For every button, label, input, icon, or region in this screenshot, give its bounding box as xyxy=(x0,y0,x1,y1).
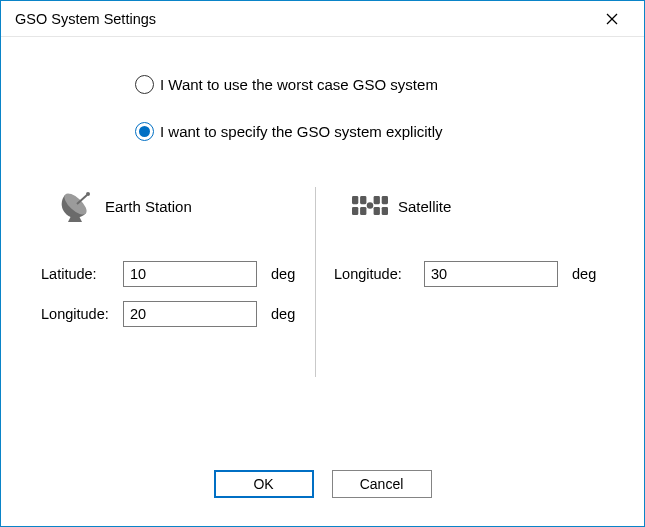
earth-longitude-label: Longitude: xyxy=(41,306,123,322)
satellite-title: Satellite xyxy=(398,198,451,215)
earth-latitude-unit: deg xyxy=(271,266,295,282)
radio-dot-icon xyxy=(139,126,150,137)
svg-rect-6 xyxy=(360,196,366,204)
radio-explicit-label: I want to specify the GSO system explici… xyxy=(160,123,443,140)
earth-station-header: Earth Station xyxy=(59,187,297,225)
radio-icon xyxy=(135,122,154,141)
satellite-longitude-input[interactable] xyxy=(424,261,558,287)
earth-longitude-unit: deg xyxy=(271,306,295,322)
svg-point-4 xyxy=(86,192,90,196)
earth-station-panel: Earth Station Latitude: deg Longitude: d… xyxy=(1,187,315,377)
radio-explicit[interactable]: I want to specify the GSO system explici… xyxy=(135,122,443,141)
panels: Earth Station Latitude: deg Longitude: d… xyxy=(1,187,644,377)
earth-latitude-row: Latitude: deg xyxy=(41,261,297,287)
ok-button[interactable]: OK xyxy=(214,470,314,498)
radio-icon xyxy=(135,75,154,94)
svg-rect-5 xyxy=(352,196,358,204)
dialog-body: I Want to use the worst case GSO system … xyxy=(1,37,644,460)
close-icon xyxy=(606,13,618,25)
svg-rect-8 xyxy=(382,196,388,204)
earth-longitude-input[interactable] xyxy=(123,301,257,327)
satellite-longitude-label: Longitude: xyxy=(334,266,424,282)
cancel-button[interactable]: Cancel xyxy=(332,470,432,498)
earth-latitude-input[interactable] xyxy=(123,261,257,287)
satellite-longitude-unit: deg xyxy=(572,266,596,282)
earth-station-title: Earth Station xyxy=(105,198,192,215)
dish-icon xyxy=(59,188,95,224)
earth-longitude-row: Longitude: deg xyxy=(41,301,297,327)
svg-rect-11 xyxy=(374,207,380,215)
dialog-window: GSO System Settings I Want to use the wo… xyxy=(0,0,645,527)
window-title: GSO System Settings xyxy=(15,11,592,27)
svg-rect-9 xyxy=(352,207,358,215)
mode-radio-group: I Want to use the worst case GSO system … xyxy=(1,75,644,141)
radio-worst-case[interactable]: I Want to use the worst case GSO system xyxy=(135,75,438,94)
satellite-panel: Satellite Longitude: deg xyxy=(315,187,644,377)
svg-point-13 xyxy=(367,202,373,208)
satellite-icon xyxy=(352,188,388,224)
radio-worst-case-label: I Want to use the worst case GSO system xyxy=(160,76,438,93)
satellite-header: Satellite xyxy=(352,187,620,225)
dialog-footer: OK Cancel xyxy=(1,460,644,526)
titlebar: GSO System Settings xyxy=(1,1,644,37)
satellite-longitude-row: Longitude: deg xyxy=(334,261,620,287)
earth-latitude-label: Latitude: xyxy=(41,266,123,282)
svg-rect-12 xyxy=(382,207,388,215)
svg-rect-7 xyxy=(374,196,380,204)
close-button[interactable] xyxy=(592,4,632,34)
svg-rect-10 xyxy=(360,207,366,215)
